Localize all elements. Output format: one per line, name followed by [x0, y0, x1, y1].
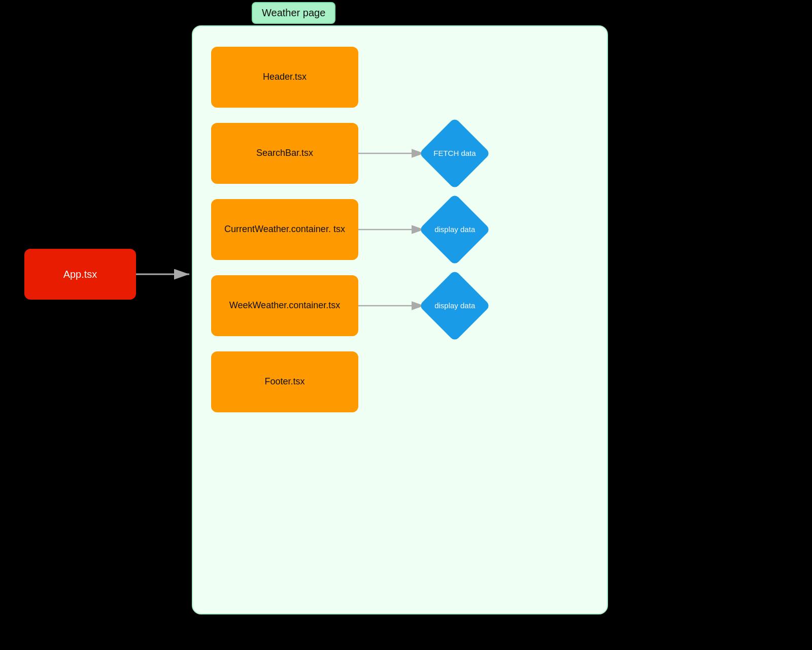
weather-page-container: Header.tsxSearchBar.tsxFETCH dataCurrent…: [192, 25, 608, 614]
arrow-searchbar: [358, 138, 429, 169]
arrow-week-weather: [358, 290, 429, 321]
component-box-footer: Footer.tsx: [211, 351, 358, 412]
app-tsx-label: App.tsx: [63, 269, 97, 280]
arrow-current-weather: [358, 214, 429, 245]
component-box-searchbar: SearchBar.tsx: [211, 123, 358, 184]
app-to-container-arrow: [136, 249, 194, 300]
diamond-searchbar: FETCH data: [419, 117, 490, 189]
component-row-current-weather: CurrentWeather.container. tsxdisplay dat…: [211, 199, 589, 260]
diamond-text-searchbar: FETCH data: [433, 148, 476, 158]
component-row-searchbar: SearchBar.tsxFETCH data: [211, 123, 589, 184]
weather-tab-label: Weather page: [262, 7, 325, 18]
weather-page-tab[interactable]: Weather page: [252, 2, 335, 24]
diamond-current-weather: display data: [419, 193, 490, 265]
component-box-current-weather: CurrentWeather.container. tsx: [211, 199, 358, 260]
component-row-week-weather: WeekWeather.container.tsxdisplay data: [211, 275, 589, 336]
diamond-text-week-weather: display data: [434, 301, 475, 311]
app-tsx-box: App.tsx: [24, 249, 136, 300]
diamond-week-weather: display data: [419, 270, 490, 341]
component-row-header: Header.tsx: [211, 47, 589, 108]
component-row-footer: Footer.tsx: [211, 351, 589, 412]
component-box-week-weather: WeekWeather.container.tsx: [211, 275, 358, 336]
component-box-header: Header.tsx: [211, 47, 358, 108]
diamond-text-current-weather: display data: [434, 224, 475, 235]
